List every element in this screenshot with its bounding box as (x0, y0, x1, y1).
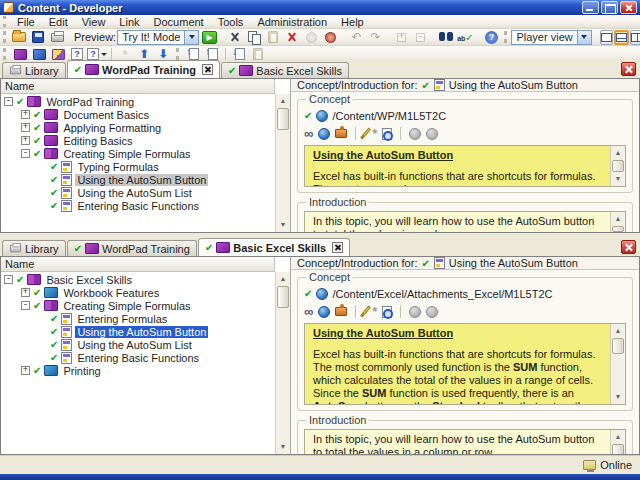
expander-icon[interactable] (21, 110, 30, 119)
tree-item[interactable]: Using the AutoSum List (1, 338, 290, 351)
find-button[interactable] (437, 30, 455, 45)
tab-library[interactable]: Library (2, 240, 66, 256)
properties-button[interactable] (302, 30, 320, 45)
menu-file[interactable]: File (10, 15, 42, 28)
expander-icon[interactable] (21, 366, 30, 375)
print-button[interactable] (48, 30, 66, 45)
tree-item[interactable]: Editing Basics (1, 134, 290, 147)
browse-content-icon[interactable] (318, 306, 330, 318)
help-button[interactable]: ? (482, 30, 500, 45)
expander-icon[interactable] (21, 123, 30, 132)
tab-wordpad-training[interactable]: WordPad Training (67, 240, 197, 256)
scroll-down-icon[interactable]: ▼ (611, 172, 625, 186)
tree-item[interactable]: Document Basics (1, 108, 290, 121)
tree-item[interactable]: Entering Formulas (1, 312, 290, 325)
menu-help[interactable]: Help (334, 15, 371, 28)
content-scrollbar[interactable]: ▲ ▼ (610, 212, 625, 232)
expander-icon[interactable] (21, 301, 30, 310)
scroll-up-icon[interactable]: ▲ (611, 324, 625, 338)
scroll-up-icon[interactable]: ▲ (276, 94, 290, 108)
menu-edit[interactable]: Edit (42, 15, 75, 28)
expander-icon[interactable] (21, 288, 30, 297)
redo-button[interactable]: ↷ (366, 30, 384, 45)
tab-library[interactable]: Library (2, 62, 66, 78)
content-scrollbar[interactable]: ▲ ▼ (610, 146, 625, 186)
launch-preview-button[interactable]: ▶ (200, 30, 218, 45)
concept-content[interactable]: Using the AutoSum Button Excel has built… (304, 145, 626, 187)
menu-tools[interactable]: Tools (211, 15, 251, 28)
break-link-icon[interactable]: * (372, 126, 377, 141)
tree-item[interactable]: Using the AutoSum List (1, 186, 290, 199)
paste-button[interactable] (264, 30, 282, 45)
edit-pencil-icon[interactable] (360, 128, 371, 140)
scroll-down-icon[interactable]: ▼ (611, 390, 625, 404)
copy-button[interactable] (245, 30, 263, 45)
scroll-up-icon[interactable]: ▲ (276, 272, 290, 286)
cut-button[interactable] (226, 30, 244, 45)
scroll-up-icon[interactable]: ▲ (611, 212, 625, 226)
collapse-all-button[interactable] (411, 30, 429, 45)
concept-content[interactable]: Using the AutoSum Button Excel has built… (304, 323, 626, 405)
stop-button[interactable] (426, 306, 438, 318)
tab-basic-excel-skills[interactable]: Basic Excel Skills (198, 238, 350, 256)
tree-item[interactable]: Printing (1, 364, 290, 377)
scroll-thumb[interactable] (612, 338, 624, 354)
tree-item[interactable]: Creating Simple Formulas (1, 299, 290, 312)
browse-content-icon[interactable] (318, 128, 330, 140)
search-replace-button[interactable] (321, 30, 339, 45)
preview-page-icon[interactable] (382, 128, 392, 140)
tree-item[interactable]: Typing Formulas (1, 160, 290, 173)
scroll-down-icon[interactable]: ▼ (276, 440, 290, 454)
tree-item[interactable]: Applying Formatting (1, 121, 290, 134)
tree-scrollbar[interactable]: ▲ ▼ (275, 272, 290, 454)
panel-close-button[interactable] (621, 62, 636, 76)
expander-icon[interactable] (4, 97, 13, 106)
open-button[interactable] (10, 30, 28, 45)
panel-close-button[interactable] (621, 240, 636, 254)
spellcheck-button[interactable]: ab✓ (456, 30, 474, 45)
tree-item[interactable]: Creating Simple Formulas (1, 147, 290, 160)
preview-mode-combo[interactable]: Try It! Mode (117, 30, 199, 45)
stamp-icon[interactable] (335, 129, 347, 138)
menu-administration[interactable]: Administration (250, 15, 334, 28)
name-column-header[interactable]: Name (1, 79, 275, 94)
content-scrollbar[interactable]: ▲ ▼ (610, 324, 625, 404)
menu-view[interactable]: View (75, 15, 113, 28)
maximize-button[interactable] (601, 1, 618, 14)
scroll-thumb[interactable] (612, 444, 624, 454)
scroll-thumb[interactable] (277, 286, 289, 308)
name-column-header[interactable]: Name (1, 257, 275, 272)
scroll-down-icon[interactable]: ▼ (276, 218, 290, 232)
preview-page-icon[interactable] (382, 306, 392, 318)
chevron-down-icon[interactable] (577, 31, 591, 44)
expand-all-button[interactable] (392, 30, 410, 45)
horizontal-split-button[interactable] (614, 30, 629, 45)
expander-icon[interactable] (4, 275, 13, 284)
tab-close-icon[interactable] (202, 64, 213, 75)
tree-item-selected[interactable]: Using the AutoSum Button (1, 325, 290, 338)
stamp-icon[interactable] (335, 307, 347, 316)
tab-close-icon[interactable] (332, 242, 343, 253)
close-button[interactable] (620, 1, 637, 14)
tree-item[interactable]: WordPad Training (1, 95, 290, 108)
link-icon[interactable]: ∞ (304, 305, 313, 318)
save-button[interactable] (29, 30, 47, 45)
vertical-split-button[interactable] (630, 30, 640, 45)
content-scrollbar[interactable]: ▲ ▼ (610, 430, 625, 454)
link-icon[interactable]: ∞ (304, 127, 313, 140)
play-button[interactable] (409, 306, 421, 318)
tree-scrollbar[interactable]: ▲ ▼ (275, 94, 290, 232)
edit-pencil-icon[interactable] (360, 306, 371, 318)
menu-document[interactable]: Document (147, 15, 211, 28)
break-link-icon[interactable]: * (372, 304, 377, 319)
undo-button[interactable]: ↶ (347, 30, 365, 45)
introduction-content[interactable]: In this topic, you will learn how to use… (304, 211, 626, 232)
stop-button[interactable] (426, 128, 438, 140)
single-pane-button[interactable] (600, 30, 613, 45)
tab-wordpad-training[interactable]: WordPad Training (67, 60, 220, 78)
expander-icon[interactable] (21, 136, 30, 145)
scroll-thumb[interactable] (612, 160, 624, 172)
scroll-up-icon[interactable]: ▲ (611, 146, 625, 160)
chevron-down-icon[interactable] (184, 31, 198, 44)
introduction-content[interactable]: In this topic, you will learn how to use… (304, 429, 626, 454)
